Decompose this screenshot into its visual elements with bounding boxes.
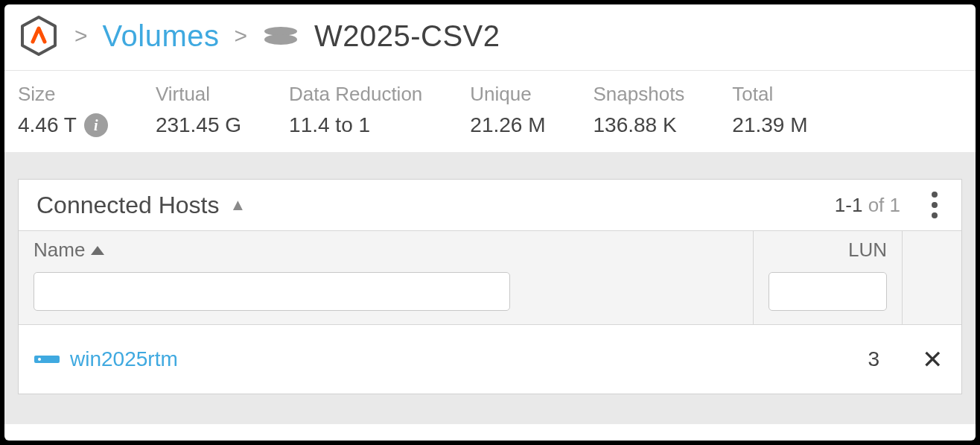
table-row: win2025rtm 3 ✕ (19, 325, 961, 394)
stat-value: 4.46 T (18, 113, 77, 137)
breadcrumb: > Volumes > W2025-CSV2 (4, 4, 976, 70)
stat-total: Total 21.39 M (732, 83, 807, 137)
svg-marker-0 (22, 17, 55, 54)
stat-virtual: Virtual 231.45 G (156, 83, 241, 137)
name-filter-input[interactable] (34, 272, 510, 311)
breadcrumb-volumes-link[interactable]: Volumes (103, 19, 220, 53)
stat-value: 21.39 M (732, 113, 807, 137)
connected-hosts-panel: Connected Hosts ▲ 1-1 of 1 Name (18, 179, 962, 394)
volume-stats: Size 4.46 T i Virtual 231.45 G Data Redu… (4, 70, 976, 152)
stat-value: 21.26 M (470, 113, 545, 137)
table-header-row: Name LUN (19, 231, 961, 325)
column-header-name[interactable]: Name (34, 239, 738, 262)
range-current: 1-1 (835, 194, 863, 216)
volume-icon (262, 25, 299, 47)
chevron-up-icon: ▲ (229, 195, 246, 215)
stat-label: Unique (470, 83, 545, 106)
host-icon (34, 353, 60, 366)
breadcrumb-current: W2025-CSV2 (314, 19, 500, 53)
stat-size: Size 4.46 T i (18, 83, 108, 137)
stat-label: Total (732, 83, 807, 106)
stat-label: Size (18, 83, 108, 106)
pagination-range: 1-1 of 1 (835, 194, 900, 217)
column-header-lun[interactable]: LUN (769, 239, 887, 262)
stat-data-reduction: Data Reduction 11.4 to 1 (289, 83, 422, 137)
panel-title[interactable]: Connected Hosts ▲ (36, 192, 246, 219)
column-header-label: LUN (848, 239, 887, 262)
disconnect-button[interactable]: ✕ (902, 347, 961, 372)
svg-point-4 (38, 358, 41, 361)
stat-label: Data Reduction (289, 83, 422, 106)
stat-label: Snapshots (593, 83, 684, 106)
host-link[interactable]: win2025rtm (34, 347, 738, 371)
svg-point-2 (264, 34, 297, 45)
stat-value: 11.4 to 1 (289, 113, 370, 137)
stat-value: 136.88 K (593, 113, 676, 137)
stat-label: Virtual (156, 83, 241, 106)
lun-filter-input[interactable] (769, 272, 887, 311)
panel-title-text: Connected Hosts (36, 192, 219, 219)
panel-menu-button[interactable] (926, 190, 944, 220)
column-header-label: Name (34, 239, 85, 262)
stat-snapshots: Snapshots 136.88 K (593, 83, 684, 137)
info-icon[interactable]: i (84, 113, 108, 137)
product-logo-icon[interactable] (18, 15, 60, 57)
sort-asc-icon (91, 246, 104, 255)
breadcrumb-chevron-icon: > (234, 25, 247, 47)
stat-unique: Unique 21.26 M (470, 83, 545, 137)
lun-value: 3 (753, 347, 902, 371)
breadcrumb-chevron-icon: > (74, 25, 88, 47)
range-total: of 1 (862, 194, 900, 216)
stat-value: 231.45 G (156, 113, 241, 137)
host-name: win2025rtm (70, 347, 178, 371)
